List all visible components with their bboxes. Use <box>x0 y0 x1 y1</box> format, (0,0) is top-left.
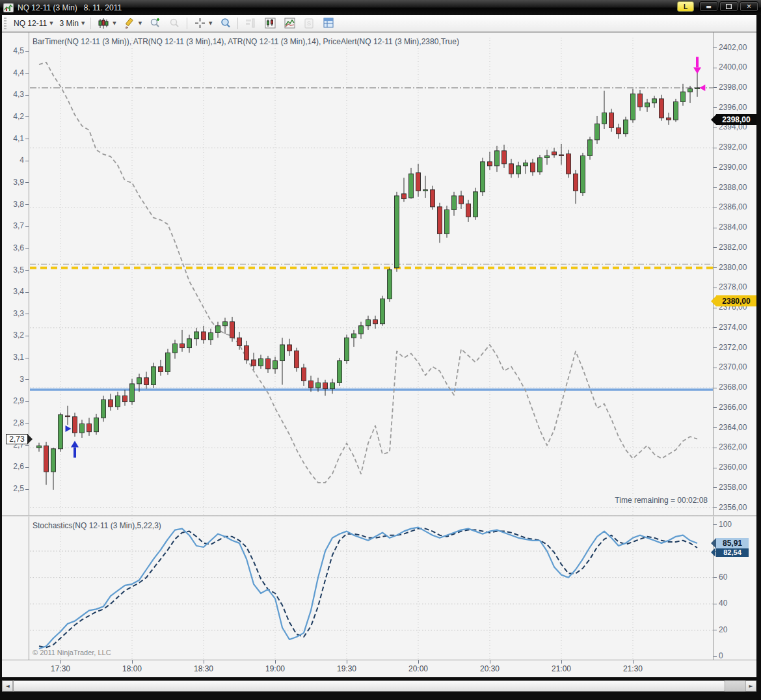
toolbar-separator <box>90 18 91 29</box>
chart-region[interactable]: 4,54,44,34,24,143,93,83,73,63,53,43,33,2… <box>2 32 756 677</box>
axis-label: 2402,00 <box>719 43 747 52</box>
axis-label: 3,5 <box>13 265 24 275</box>
atr-value-tag: 2,73 <box>6 434 28 444</box>
axis-label: 2386,00 <box>719 202 747 211</box>
axis-label: 4,3 <box>13 90 24 99</box>
time-label: 21:00 <box>547 664 576 673</box>
toolbar-grip[interactable] <box>4 18 7 29</box>
properties-icon <box>322 18 335 29</box>
axis-tick <box>714 407 717 408</box>
price-axis[interactable]: 2402,002400,002398,002396,002394,002392,… <box>713 33 756 660</box>
chart-style-button[interactable]: ▼ <box>94 16 119 31</box>
axis-tick <box>25 424 29 424</box>
toolbar-separator <box>187 18 187 29</box>
axis-label: 2360,00 <box>719 463 747 472</box>
axis-tick <box>714 167 717 168</box>
axis-tick <box>25 270 29 271</box>
axis-tick <box>347 660 347 664</box>
axis-tick <box>25 336 29 336</box>
current-price-tag: 2398,00 <box>716 114 756 125</box>
axis-label: 2384,00 <box>719 222 747 232</box>
time-label: 20:30 <box>475 664 504 673</box>
axis-tick <box>714 388 717 388</box>
indicators-button[interactable] <box>260 16 280 31</box>
axis-tick <box>714 87 717 88</box>
chart-trader-icon <box>244 18 257 29</box>
axis-tick <box>714 630 717 630</box>
axis-label: 2396,00 <box>719 103 747 112</box>
axis-tick <box>60 660 61 664</box>
properties-button[interactable] <box>319 16 338 31</box>
axis-label: 2398,00 <box>719 83 747 92</box>
axis-label: 2372,00 <box>719 343 747 352</box>
scroll-right-button[interactable]: ► <box>745 680 756 692</box>
axis-label: 3,1 <box>13 353 24 362</box>
axis-tick <box>25 314 29 314</box>
axis-tick <box>714 577 717 578</box>
chart-trader-button <box>241 16 260 31</box>
axis-label: 2378,00 <box>719 282 747 291</box>
axis-label: 2380,00 <box>719 263 747 272</box>
interval-selector[interactable]: 3 Min▼ <box>57 18 88 29</box>
axis-tick <box>714 604 717 604</box>
scroll-left-button[interactable]: ◄ <box>2 680 13 692</box>
drawing-tools-button[interactable]: ▼ <box>120 16 145 31</box>
axis-tick <box>25 161 29 161</box>
chevron-down-icon: ▼ <box>49 21 53 26</box>
axis-tick <box>714 288 717 288</box>
scrollbar-track[interactable] <box>725 680 745 692</box>
data-box-button[interactable] <box>215 16 235 31</box>
axis-tick <box>275 660 276 664</box>
axis-tick <box>714 327 717 328</box>
axis-tick <box>714 656 717 657</box>
zoom-in-button[interactable] <box>145 16 165 31</box>
axis-label: 4,1 <box>13 134 24 143</box>
axis-tick <box>561 660 562 664</box>
axis-tick <box>25 182 29 183</box>
axis-label: 100 <box>719 520 732 529</box>
axis-label: 2400,00 <box>719 62 747 72</box>
axis-label: 2382,00 <box>719 243 747 252</box>
maximize-button[interactable] <box>719 1 738 12</box>
axis-tick <box>633 660 634 664</box>
close-button[interactable]: ✕ <box>740 1 758 12</box>
axis-tick <box>714 507 717 508</box>
axis-tick <box>25 139 29 139</box>
axis-label: 2392,00 <box>719 142 747 152</box>
chart-app-icon <box>3 3 14 12</box>
candlestick-style-icon <box>97 18 110 29</box>
time-axis[interactable]: 17:3018:0018:3019:0019:3020:0020:3021:00… <box>2 660 756 677</box>
title-bar[interactable]: NQ 12-11 (3 Min)8. 11. 2011 L ▬ ✕ <box>0 0 761 15</box>
axis-tick <box>132 660 133 664</box>
axis-label: 2,9 <box>13 396 24 405</box>
axis-tick <box>25 467 29 468</box>
axis-tick <box>25 379 29 380</box>
magnifier-icon <box>219 18 232 29</box>
axis-tick <box>714 524 717 525</box>
instrument-selector[interactable]: NQ 12-11▼ <box>10 18 57 29</box>
link-button[interactable]: L <box>677 1 694 12</box>
atr-axis[interactable]: 4,54,44,34,24,143,93,83,73,63,53,43,33,2… <box>2 33 29 660</box>
axis-tick <box>25 226 29 227</box>
axis-tick <box>25 248 29 249</box>
crosshair-button[interactable]: ▼ <box>190 16 215 31</box>
chart-window: NQ 12-11 (3 Min)8. 11. 2011 L ▬ ✕ NQ 12-… <box>0 0 761 700</box>
axis-tick <box>714 208 717 208</box>
scrollbar-thumb[interactable] <box>13 680 725 692</box>
copyright-text: © 2011 NinjaTrader, LLC <box>33 649 111 656</box>
price-panel[interactable] <box>30 33 713 515</box>
axis-label: 2374,00 <box>719 323 747 332</box>
stochastics-panel[interactable] <box>30 517 713 660</box>
axis-tick <box>25 445 29 446</box>
axis-label: 3,3 <box>13 309 24 318</box>
stoch-d-value-tag: 82,54 <box>716 547 749 557</box>
chart-overlay-button[interactable] <box>280 16 299 31</box>
axis-label: 4,5 <box>13 46 24 55</box>
axis-label: 2388,00 <box>719 183 747 192</box>
zoom-out-icon <box>168 18 181 29</box>
toolbar: NQ 12-11▼ 3 Min▼ ▼ ▼ ▼ <box>2 15 756 32</box>
horizontal-scrollbar[interactable]: ◄ ► <box>2 680 756 692</box>
window-title: NQ 12-11 (3 Min)8. 11. 2011 <box>18 3 122 12</box>
axis-label: 3,7 <box>13 221 24 230</box>
minimize-button[interactable]: ▬ <box>699 1 718 12</box>
